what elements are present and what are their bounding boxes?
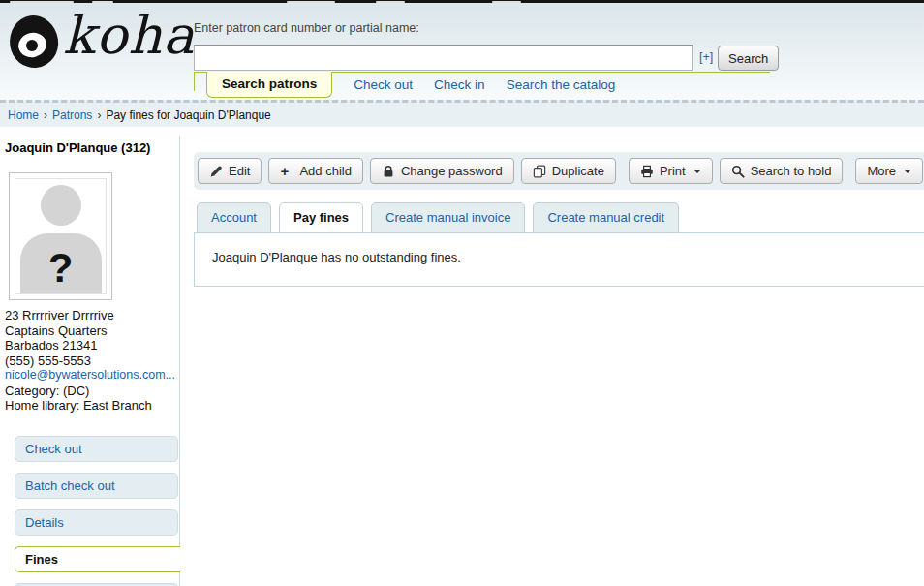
tab-search-the-catalog[interactable]: Search the catalog (507, 72, 616, 92)
sidebar-item-partial[interactable] (15, 583, 178, 586)
plus-icon: + (280, 165, 293, 178)
patron-search-input[interactable] (194, 45, 693, 71)
tab-check-out[interactable]: Check out (354, 72, 413, 92)
button-label: Edit (229, 164, 250, 178)
koha-logo-icon (8, 10, 62, 70)
button-label: More (867, 164, 896, 178)
pay-fines-panel: Joaquin D'Planque has no outstanding fin… (194, 232, 924, 287)
duplicate-button[interactable]: Duplicate (521, 158, 616, 184)
caret-down-icon (693, 170, 701, 173)
header: koha Enter patron card number or partial… (0, 3, 924, 100)
avatar-question-mark: ? (15, 243, 106, 294)
tab-search-patrons[interactable]: Search patrons (206, 72, 332, 98)
print-button[interactable]: Print (629, 158, 713, 184)
logo-wordmark: koha (63, 10, 195, 70)
koha-staff-screen: koha Enter patron card number or partial… (0, 0, 924, 586)
duplicate-icon (533, 165, 546, 178)
add-child-button[interactable]: + Add child (268, 158, 362, 184)
tab-check-in[interactable]: Check in (434, 72, 485, 92)
sidebar-divider (179, 136, 180, 586)
search-icon (731, 165, 745, 178)
button-label: Print (660, 164, 686, 178)
tab-account[interactable]: Account (197, 202, 271, 233)
koha-logo[interactable]: koha (8, 5, 195, 75)
logo-shape (26, 40, 38, 51)
breadcrumb-separator: › (44, 108, 47, 122)
address-line: Captains Quarters (5, 324, 194, 339)
change-password-button[interactable]: Change password (370, 158, 514, 184)
patron-category: Category: (DC) (5, 384, 194, 399)
address-line: 23 Rrrrriver Drrrrive (5, 308, 194, 324)
lock-icon (382, 165, 395, 178)
button-label: Duplicate (552, 164, 604, 178)
header-search-tabs: Search patrons Check out Check in Search… (206, 72, 615, 98)
button-label: Change password (401, 164, 503, 178)
avatar-placeholder-image: ? (15, 178, 107, 294)
account-tabs: Account Pay fines Create manual invoice … (197, 202, 679, 233)
printer-icon (640, 165, 654, 178)
patron-name-heading: Joaquin D'Planque (312) (5, 140, 194, 155)
breadcrumb: Home › Patrons › Pay fines for Joaquin D… (0, 100, 924, 127)
edit-button[interactable]: Edit (198, 158, 262, 184)
patron-sidebar: Joaquin D'Planque (312) ? 23 Rrrrriver D… (0, 127, 194, 586)
avatar-head-shape (41, 185, 81, 226)
main-content: Edit + Add child Change password Duplica… (194, 140, 924, 586)
phone-line: (555) 555-5553 (5, 354, 194, 369)
address-line: Barbados 21341 (5, 338, 194, 354)
search-to-hold-button[interactable]: Search to hold (720, 158, 844, 184)
patron-home-library: Home library: East Branch (5, 398, 194, 414)
patron-address: 23 Rrrrriver Drrrrive Captains Quarters … (5, 308, 194, 368)
tab-create-manual-invoice[interactable]: Create manual invoice (371, 202, 525, 233)
breadcrumb-separator: › (97, 108, 101, 122)
header-search-button[interactable]: Search (718, 46, 779, 71)
tab-bar-underline-end (194, 72, 195, 91)
button-label: Search to hold (751, 164, 832, 178)
pencil-icon (209, 165, 223, 178)
breadcrumb-patrons-link[interactable]: Patrons (52, 108, 92, 122)
sidebar-item-details[interactable]: Details (15, 509, 178, 536)
caret-down-icon (904, 170, 911, 173)
patron-search-label: Enter patron card number or partial name… (194, 21, 419, 35)
breadcrumb-home-link[interactable]: Home (8, 108, 39, 122)
breadcrumb-current-page: Pay fines for Joaquin D'Planque (106, 108, 270, 122)
more-button[interactable]: More (855, 158, 923, 184)
no-fines-message: Joaquin D'Planque has no outstanding fin… (212, 250, 461, 264)
expand-search-link[interactable]: [+] (699, 50, 713, 64)
patron-section-menu: Check out Batch check out Details Fines (0, 436, 194, 586)
patron-avatar: ? (9, 172, 112, 300)
tab-create-manual-credit[interactable]: Create manual credit (533, 202, 679, 233)
button-label: Add child (299, 164, 351, 178)
sidebar-item-check-out[interactable]: Check out (15, 436, 178, 462)
patron-email-link[interactable]: nicole@bywatersolutions.com... (5, 368, 177, 384)
tab-pay-fines[interactable]: Pay fines (279, 202, 363, 233)
sidebar-item-fines[interactable]: Fines (15, 546, 180, 572)
patron-toolbar: Edit + Add child Change password Duplica… (194, 152, 924, 190)
sidebar-item-batch-check-out[interactable]: Batch check out (15, 473, 178, 499)
